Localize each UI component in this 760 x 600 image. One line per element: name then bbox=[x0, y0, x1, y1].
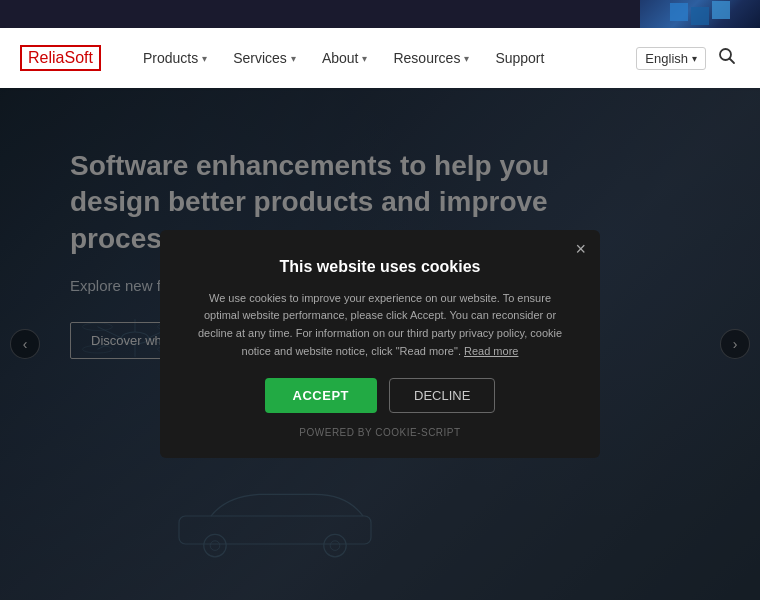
nav-label-resources: Resources bbox=[393, 50, 460, 66]
hero-section: Software enhancements to help you design… bbox=[0, 88, 760, 600]
header: ReliaSoft Products ▾ Services ▾ About ▾ … bbox=[0, 28, 760, 88]
chevron-down-icon: ▾ bbox=[291, 53, 296, 64]
nav-item-services[interactable]: Services ▾ bbox=[221, 28, 308, 88]
cookie-buttons: ACCEPT DECLINE bbox=[192, 378, 568, 413]
cookie-powered-by: POWERED BY COOKIE-SCRIPT bbox=[192, 427, 568, 438]
read-more-link[interactable]: Read more bbox=[464, 345, 518, 357]
language-label: English bbox=[645, 51, 688, 66]
main-nav: Products ▾ Services ▾ About ▾ Resources … bbox=[131, 28, 636, 88]
logo[interactable]: ReliaSoft bbox=[20, 45, 101, 71]
nav-label-about: About bbox=[322, 50, 359, 66]
nav-item-products[interactable]: Products ▾ bbox=[131, 28, 219, 88]
language-selector[interactable]: English ▾ bbox=[636, 47, 706, 70]
chevron-down-icon: ▾ bbox=[202, 53, 207, 64]
chevron-down-icon: ▾ bbox=[362, 53, 367, 64]
cookie-close-button[interactable]: × bbox=[575, 240, 586, 258]
cookie-body: We use cookies to improve your experienc… bbox=[192, 290, 568, 360]
chevron-down-icon: ▾ bbox=[692, 53, 697, 64]
svg-line-1 bbox=[730, 58, 735, 63]
cookie-modal-overlay: × This website uses cookies We use cooki… bbox=[0, 88, 760, 600]
banner-image bbox=[640, 0, 760, 28]
accept-button[interactable]: ACCEPT bbox=[265, 378, 377, 413]
nav-label-services: Services bbox=[233, 50, 287, 66]
decline-button[interactable]: DECLINE bbox=[389, 378, 495, 413]
nav-item-resources[interactable]: Resources ▾ bbox=[381, 28, 481, 88]
cookie-title: This website uses cookies bbox=[192, 258, 568, 276]
header-right: English ▾ bbox=[636, 43, 740, 74]
logo-soft: Soft bbox=[64, 49, 92, 66]
search-button[interactable] bbox=[714, 43, 740, 74]
top-banner bbox=[0, 0, 760, 28]
nav-item-about[interactable]: About ▾ bbox=[310, 28, 380, 88]
nav-label-support: Support bbox=[495, 50, 544, 66]
chevron-down-icon: ▾ bbox=[464, 53, 469, 64]
nav-label-products: Products bbox=[143, 50, 198, 66]
nav-item-support[interactable]: Support bbox=[483, 28, 556, 88]
logo-relia: Relia bbox=[28, 49, 64, 66]
cookie-modal: × This website uses cookies We use cooki… bbox=[160, 230, 600, 458]
